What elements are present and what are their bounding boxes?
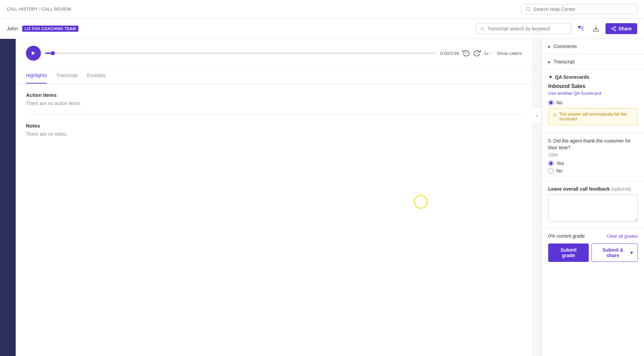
time-display: 0:00/3:09	[440, 51, 459, 56]
svg-marker-14	[32, 51, 35, 55]
right-panel: ▶ Comments ▶ Transcript ▼ QA Scorecards …	[542, 39, 644, 356]
share-icon	[611, 26, 616, 31]
transcript-header[interactable]: ▶ Transcript	[542, 54, 644, 69]
notes-title: Notes	[26, 123, 522, 129]
question5-no-label: No	[556, 168, 563, 174]
question5-yes-option: Yes	[548, 161, 638, 166]
qa-scorecards-section: ▼ QA Scorecards Inbound Sales Use anothe…	[542, 70, 644, 133]
search-help-input[interactable]	[534, 6, 633, 12]
svg-line-1	[529, 10, 530, 11]
play-button[interactable]	[26, 46, 41, 61]
transcript-search-input[interactable]	[488, 26, 567, 31]
comments-section: ▶ Comments	[542, 39, 644, 54]
tab-excerpts[interactable]: Excerpts	[87, 68, 105, 84]
comments-label: Comments	[554, 44, 577, 49]
question5-yes-label: Yes	[556, 161, 564, 166]
progress-fill	[45, 53, 53, 54]
sub-header: John LIZ FOX COACHING TEAM Share	[0, 18, 644, 39]
svg-line-12	[613, 29, 615, 30]
question5-no-option: No	[548, 168, 638, 174]
feedback-label-bold: Leave overall call feedback	[548, 186, 610, 192]
show-callers-label: Show callers	[497, 51, 522, 56]
share-button[interactable]: Share	[605, 23, 637, 34]
submit-grade-button[interactable]: Submit grade	[548, 243, 589, 262]
warning-icon: ⚠	[553, 112, 557, 117]
question5-pts: 10pts	[548, 152, 638, 157]
qa-scorecard-title: Inbound Sales	[548, 83, 638, 89]
sub-header-right: Share	[476, 23, 637, 34]
forward-icon: 15	[473, 49, 481, 56]
qa-scorecard-link[interactable]: Use another QA Scorecard	[548, 91, 638, 96]
tab-content-highlights: Action Items There are no action items. …	[16, 84, 532, 145]
action-items-title: Action Items	[26, 92, 522, 98]
question5-text: 5. Did the agent thank the customer for …	[548, 138, 638, 151]
question5-yes-radio[interactable]	[548, 161, 554, 166]
team-badge: LIZ FOX COACHING TEAM	[22, 26, 79, 32]
add-filter-button[interactable]	[575, 23, 586, 34]
tab-bar: Highlights Transcript Excerpts	[16, 68, 532, 84]
feedback-label: Leave overall call feedback (optional)	[548, 186, 638, 192]
search-icon	[480, 26, 485, 31]
player-extra: 0:00/3:09 15 15 1x Show callers	[440, 49, 522, 58]
qa-no-radio-option: No	[548, 100, 638, 105]
qa-scorecards-label: QA Scorecards	[555, 74, 589, 80]
feedback-section: Leave overall call feedback (optional)	[542, 181, 644, 228]
tab-highlights[interactable]: Highlights	[26, 68, 47, 84]
rewind-icon: 15	[462, 49, 470, 56]
grade-info: 0% current grade Clear all grades	[548, 233, 638, 239]
content-area: 0:00/3:09 15 15 1x Show callers	[16, 39, 532, 356]
svg-line-13	[613, 27, 615, 28]
grade-current-label: current grade	[556, 233, 585, 239]
progress-track[interactable]	[45, 53, 436, 54]
search-help-container	[521, 4, 637, 14]
breadcrumb-callreview: CALL REVIEW	[42, 7, 71, 12]
progress-thumb	[51, 51, 55, 55]
main-layout: 0:00/3:09 15 15 1x Show callers	[0, 39, 644, 356]
notes-empty: There are no notes.	[26, 131, 522, 137]
qa-scorecards-header[interactable]: ▼ QA Scorecards	[548, 74, 638, 80]
grade-percentage: 0% current grade	[548, 233, 585, 239]
section-divider	[26, 114, 522, 115]
question5-block: 5. Did the agent thank the customer for …	[542, 133, 644, 181]
comments-header[interactable]: ▶ Comments	[542, 39, 644, 54]
share-label: Share	[618, 26, 632, 31]
feedback-textarea[interactable]	[548, 194, 638, 222]
transcript-label: Transcript	[554, 59, 575, 64]
grade-section: 0% current grade Clear all grades Submit…	[542, 228, 644, 267]
rewind-button[interactable]: 15	[462, 49, 470, 58]
collapse-arrow[interactable]	[532, 107, 542, 124]
svg-point-2	[481, 27, 484, 30]
player-controls: 0:00/3:09 15 15 1x Show callers	[26, 46, 522, 61]
qa-no-label: No	[556, 100, 563, 105]
qa-no-radio[interactable]	[548, 100, 554, 105]
user-name: John	[7, 26, 18, 31]
svg-point-0	[526, 7, 530, 11]
speed-button[interactable]: 1x	[484, 51, 494, 56]
grade-buttons: Submit grade Submit & share ▾	[548, 243, 638, 262]
breadcrumb: CALL HISTORY / CALL REVIEW	[7, 7, 71, 12]
comments-arrow-icon: ▶	[548, 45, 551, 48]
top-navigation: CALL HISTORY / CALL REVIEW	[0, 0, 644, 18]
add-filter-icon	[578, 25, 584, 32]
submit-share-button[interactable]: Submit & share ▾	[591, 243, 638, 262]
breadcrumb-separator: /	[39, 7, 42, 12]
transcript-section: ▶ Transcript	[542, 54, 644, 70]
svg-point-7	[579, 26, 580, 28]
transcript-arrow-icon: ▶	[548, 60, 551, 64]
download-button[interactable]	[590, 23, 601, 34]
clear-grades-button[interactable]: Clear all grades	[607, 234, 638, 239]
question5-no-radio[interactable]	[548, 168, 554, 174]
svg-point-10	[612, 28, 613, 29]
svg-point-11	[614, 29, 616, 31]
forward-button[interactable]: 15	[473, 49, 481, 58]
submit-share-label: Submit & share	[597, 247, 629, 258]
search-icon	[526, 6, 531, 12]
play-icon	[31, 50, 36, 56]
show-callers-button[interactable]: Show callers	[497, 51, 522, 56]
speed-label: 1x	[484, 51, 489, 56]
chevron-down-icon	[489, 51, 493, 55]
sub-header-left: John LIZ FOX COACHING TEAM	[7, 26, 78, 32]
breadcrumb-callhistory: CALL HISTORY	[7, 7, 38, 12]
svg-text:15: 15	[465, 51, 467, 54]
tab-transcript[interactable]: Transcript	[56, 68, 77, 84]
